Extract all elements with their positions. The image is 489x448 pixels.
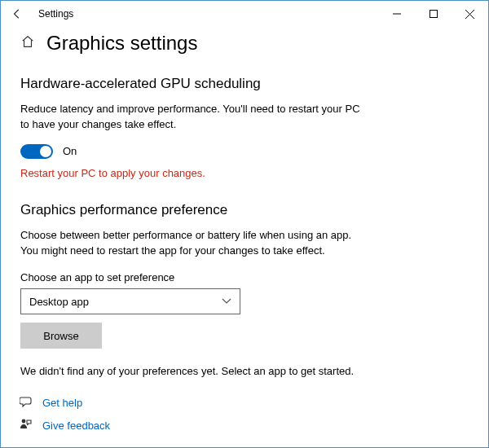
feedback-icon	[20, 418, 33, 433]
gpu-scheduling-heading: Hardware-accelerated GPU scheduling	[20, 76, 469, 92]
page-title: Graphics settings	[46, 32, 197, 55]
svg-rect-1	[430, 11, 437, 18]
window-title: Settings	[38, 8, 73, 20]
toggle-knob	[40, 146, 51, 157]
maximize-button[interactable]	[415, 2, 452, 26]
chevron-down-icon	[222, 296, 231, 307]
svg-point-4	[22, 419, 26, 424]
minimize-button[interactable]	[378, 2, 415, 26]
gpu-scheduling-description: Reduce latency and improve performance. …	[20, 102, 363, 133]
performance-preference-description: Choose between better performance or bat…	[20, 228, 363, 259]
help-icon	[20, 396, 33, 410]
give-feedback-link[interactable]: Give feedback	[20, 418, 110, 433]
app-type-select-value: Desktop app	[29, 296, 89, 308]
performance-preference-heading: Graphics performance preference	[20, 202, 469, 218]
close-button[interactable]	[452, 2, 488, 26]
app-select-label: Choose an app to set preference	[20, 271, 469, 283]
restart-warning: Restart your PC to apply your changes.	[20, 167, 469, 179]
home-icon[interactable]	[20, 34, 35, 52]
back-button[interactable]	[7, 8, 27, 20]
app-type-select[interactable]: Desktop app	[20, 288, 240, 314]
give-feedback-label: Give feedback	[42, 419, 110, 432]
get-help-link[interactable]: Get help	[20, 396, 110, 410]
no-preferences-message: We didn't find any of your preferences y…	[20, 365, 469, 377]
browse-button[interactable]: Browse	[20, 323, 102, 349]
get-help-label: Get help	[42, 397, 82, 409]
gpu-scheduling-toggle[interactable]	[20, 144, 53, 159]
gpu-scheduling-toggle-label: On	[63, 145, 77, 157]
